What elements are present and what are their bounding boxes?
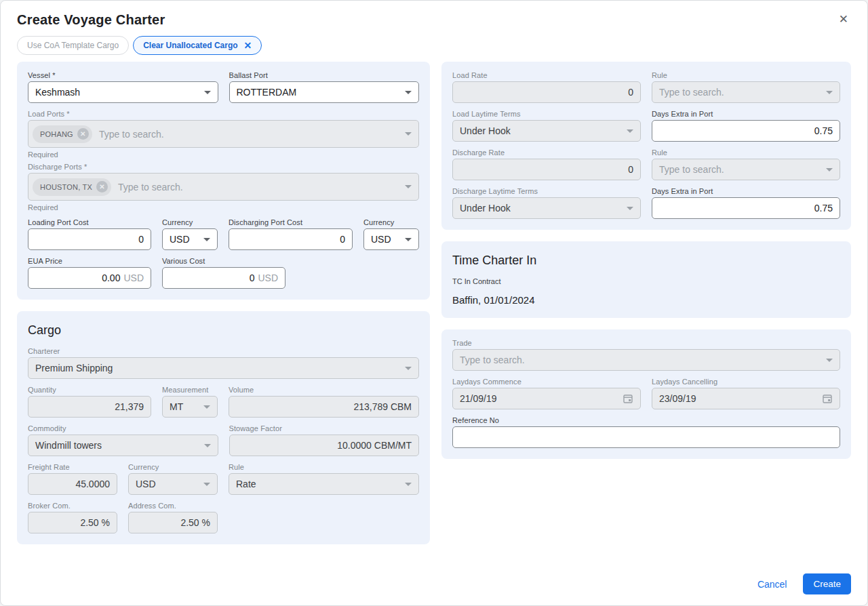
charterer-value: Premium Shipping xyxy=(35,363,113,373)
cargo-rule-select: Rate xyxy=(229,473,419,495)
discharging-port-cost-input[interactable]: 0 xyxy=(229,228,353,250)
discharging-port-cost-label: Discharging Port Cost xyxy=(229,218,353,226)
ballast-port-select[interactable]: ROTTERDAM xyxy=(229,81,420,103)
page-title: Create Voyage Charter xyxy=(17,12,165,28)
discharge-ports-multiselect: HOUSTON, TX ✕ Type to search. xyxy=(28,173,419,201)
cargo-rule-field: Rule Rate xyxy=(229,463,419,495)
loading-port-cost-input[interactable]: 0 xyxy=(28,228,151,250)
loading-port-cost-field: Loading Port Cost 0 xyxy=(28,218,151,250)
freight-rate-label: Freight Rate xyxy=(28,463,117,471)
various-cost-field: Various Cost 0 USD xyxy=(162,257,285,289)
discharge-rate-value: 0 xyxy=(628,164,633,175)
loading-currency-label: Currency xyxy=(162,218,218,226)
cancel-button[interactable]: Cancel xyxy=(748,575,797,594)
chevron-down-icon xyxy=(203,405,210,409)
use-coa-template-cargo-chip[interactable]: Use CoA Template Cargo xyxy=(17,36,129,55)
chevron-down-icon xyxy=(826,359,833,362)
clear-unallocated-cargo-chip[interactable]: Clear Unallocated Cargo ✕ xyxy=(133,36,262,55)
load-days-extra-label: Days Extra in Port xyxy=(652,110,840,118)
freight-currency-field: Currency USD xyxy=(128,463,218,495)
dialog-content: Vessel * Keshmash Ballast Port ROTTERDAM xyxy=(1,62,867,565)
cargo-rule-value: Rate xyxy=(236,479,256,489)
remove-chip-icon[interactable]: ✕ xyxy=(96,181,108,193)
commodity-label: Commodity xyxy=(28,424,218,432)
reference-no-input[interactable] xyxy=(452,426,840,448)
laydays-cancelling-field: Laydays Cancelling 23/09/19 xyxy=(652,378,840,409)
discharge-days-extra-label: Days Extra in Port xyxy=(652,187,840,195)
freight-currency-label: Currency xyxy=(128,463,218,471)
quantity-value: 21,379 xyxy=(115,401,144,412)
quantity-input: 21,379 xyxy=(28,396,151,418)
tc-in-contract-value: Baffin, 01/01/2024 xyxy=(452,294,840,306)
chevron-down-icon xyxy=(405,238,412,241)
port-chip-label: HOUSTON, TX xyxy=(40,183,92,191)
loading-currency-field: Currency USD xyxy=(162,218,218,250)
commodity-select: Windmill towers xyxy=(28,435,218,456)
discharge-ports-label: Discharge Ports * xyxy=(28,163,419,171)
discharging-currency-field: Currency USD xyxy=(363,218,419,250)
laydays-cancelling-label: Laydays Cancelling xyxy=(652,378,840,386)
load-ports-placeholder: Type to search. xyxy=(99,129,164,140)
port-chip: POHANG ✕ xyxy=(33,125,92,143)
voyage-panel: Vessel * Keshmash Ballast Port ROTTERDAM xyxy=(17,62,430,300)
reference-no-field: Reference No xyxy=(452,416,840,448)
broker-com-field: Broker Com. 2.50 % xyxy=(28,502,117,533)
chevron-down-icon xyxy=(627,207,633,210)
discharging-currency-label: Currency xyxy=(363,218,419,226)
loading-port-cost-label: Loading Port Cost xyxy=(28,218,151,226)
ballast-port-value: ROTTERDAM xyxy=(237,87,297,98)
discharge-laytime-label: Discharge Laytime Terms xyxy=(452,187,641,195)
various-cost-suffix: USD xyxy=(258,272,278,283)
discharge-days-extra-input[interactable]: 0.75 xyxy=(652,197,840,219)
use-coa-template-cargo-label: Use CoA Template Cargo xyxy=(27,41,119,50)
load-laytime-select: Under Hook xyxy=(452,120,641,142)
clear-chip-close-icon[interactable]: ✕ xyxy=(244,40,252,51)
vessel-field: Vessel * Keshmash xyxy=(28,71,218,103)
stowage-factor-value: 10.0000 CBM/MT xyxy=(337,440,412,451)
load-rate-label: Load Rate xyxy=(452,71,641,79)
close-icon[interactable]: ✕ xyxy=(836,11,851,28)
load-rate-field: Load Rate 0 xyxy=(452,71,641,103)
discharge-laytime-value: Under Hook xyxy=(460,203,511,214)
discharge-laytime-select: Under Hook xyxy=(452,197,641,219)
tc-in-contract-label: TC In Contract xyxy=(452,277,840,285)
chevron-down-icon xyxy=(826,168,833,171)
load-days-extra-input[interactable]: 0.75 xyxy=(652,120,840,142)
action-chips-row: Use CoA Template Cargo Clear Unallocated… xyxy=(1,33,867,62)
loading-currency-select[interactable]: USD xyxy=(162,228,218,250)
eua-price-input[interactable]: 0.00 USD xyxy=(28,267,151,289)
charterer-field: Charterer Premium Shipping xyxy=(28,347,419,379)
discharge-rule-label: Rule xyxy=(652,148,840,157)
load-laytime-field: Load Laytime Terms Under Hook xyxy=(452,110,641,142)
discharge-ports-field: Discharge Ports * HOUSTON, TX ✕ Type to … xyxy=(28,163,419,211)
discharging-port-cost-value: 0 xyxy=(340,234,345,245)
create-button[interactable]: Create xyxy=(803,573,851,594)
create-voyage-charter-dialog: Create Voyage Charter ✕ Use CoA Template… xyxy=(0,0,868,606)
volume-value: 213,789 CBM xyxy=(353,401,412,412)
various-cost-input[interactable]: 0 USD xyxy=(162,267,285,289)
ballast-port-field: Ballast Port ROTTERDAM xyxy=(229,71,420,103)
vessel-value: Keshmash xyxy=(35,87,80,98)
discharging-currency-select[interactable]: USD xyxy=(363,228,419,250)
discharge-rate-label: Discharge Rate xyxy=(452,148,641,157)
vessel-select[interactable]: Keshmash xyxy=(28,81,218,103)
remove-chip-icon[interactable]: ✕ xyxy=(77,128,89,140)
commodity-value: Windmill towers xyxy=(35,440,102,451)
load-ports-field: Load Ports * POHANG ✕ Type to search. Re… xyxy=(28,110,419,159)
load-rule-select: Type to search. xyxy=(652,81,840,103)
ballast-port-label: Ballast Port xyxy=(229,71,420,79)
quantity-label: Quantity xyxy=(28,386,151,394)
load-rule-field: Rule Type to search. xyxy=(652,71,840,103)
eua-price-label: EUA Price xyxy=(28,257,151,265)
measurement-select: MT xyxy=(162,396,218,418)
load-ports-label: Load Ports * xyxy=(28,110,419,118)
measurement-label: Measurement xyxy=(162,386,218,394)
load-laytime-value: Under Hook xyxy=(460,125,511,136)
chevron-down-icon xyxy=(405,367,412,370)
commodity-field: Commodity Windmill towers xyxy=(28,424,218,456)
discharge-rule-select: Type to search. xyxy=(652,159,840,180)
freight-rate-field: Freight Rate 45.0000 xyxy=(28,463,117,495)
chevron-down-icon xyxy=(204,444,211,447)
discharge-rule-placeholder: Type to search. xyxy=(659,164,724,175)
calendar-icon xyxy=(623,393,633,404)
